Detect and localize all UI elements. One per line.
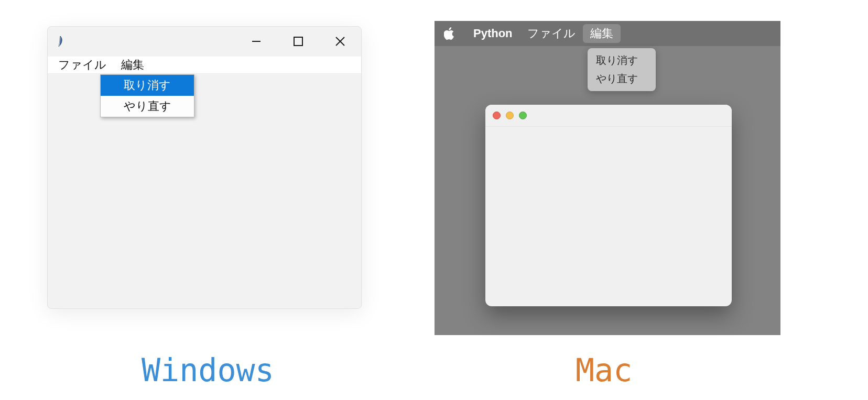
svg-rect-2 bbox=[294, 37, 302, 46]
dropdown-item-label: やり直す bbox=[124, 98, 171, 114]
windows-titlebar bbox=[48, 27, 361, 56]
minimize-button[interactable] bbox=[506, 112, 514, 119]
windows-edit-dropdown: 取り消す やり直す bbox=[100, 74, 194, 117]
dropdown-item-undo[interactable]: 取り消す bbox=[101, 75, 194, 96]
menubar-item-edit[interactable]: 編集 bbox=[583, 24, 621, 43]
windows-screenshot-frame: ファイル 編集 取り消す やり直す bbox=[47, 26, 362, 309]
menubar-item-label: ファイル bbox=[58, 57, 106, 73]
caption-windows: Windows bbox=[142, 352, 274, 388]
dropdown-item-redo[interactable]: やり直す bbox=[588, 70, 656, 88]
close-button[interactable] bbox=[493, 112, 501, 119]
windows-menubar: ファイル 編集 取り消す やり直す bbox=[48, 56, 361, 74]
dropdown-item-redo[interactable]: やり直す bbox=[101, 96, 194, 117]
maximize-button[interactable] bbox=[277, 27, 319, 56]
mac-screenshot-frame: Python ファイル 編集 取り消す やり直す bbox=[435, 21, 780, 335]
mac-app-window bbox=[485, 105, 732, 306]
windows-window-controls bbox=[235, 27, 361, 56]
menubar-item-label: ファイル bbox=[527, 26, 576, 41]
mac-edit-dropdown: 取り消す やり直す bbox=[588, 48, 656, 91]
mac-app-name-label: Python bbox=[473, 27, 513, 40]
apple-logo-icon[interactable] bbox=[444, 27, 455, 40]
menubar-item-edit[interactable]: 編集 bbox=[114, 57, 151, 73]
menubar-item-file[interactable]: ファイル bbox=[51, 57, 114, 73]
maximize-button[interactable] bbox=[519, 112, 527, 119]
dropdown-item-label: やり直す bbox=[596, 73, 638, 84]
menubar-item-label: 編集 bbox=[121, 57, 144, 73]
minimize-button[interactable] bbox=[235, 27, 277, 56]
mac-menubar: Python ファイル 編集 取り消す やり直す bbox=[435, 21, 780, 46]
dropdown-item-label: 取り消す bbox=[124, 77, 171, 93]
mac-app-name[interactable]: Python bbox=[466, 24, 520, 43]
windows-app-body bbox=[48, 74, 361, 308]
dropdown-item-label: 取り消す bbox=[596, 54, 638, 66]
close-button[interactable] bbox=[319, 27, 361, 56]
mac-window-titlebar bbox=[485, 105, 732, 127]
feather-icon bbox=[55, 35, 66, 48]
menubar-item-file[interactable]: ファイル bbox=[520, 24, 583, 43]
menubar-item-label: 編集 bbox=[590, 26, 613, 41]
dropdown-item-undo[interactable]: 取り消す bbox=[588, 51, 656, 70]
caption-mac: Mac bbox=[576, 352, 632, 388]
